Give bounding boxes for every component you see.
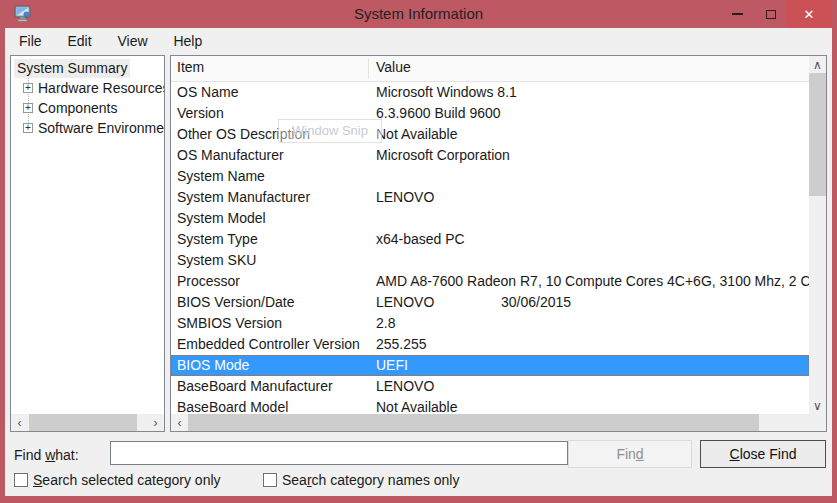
- find-what-label: Find what:: [14, 447, 79, 463]
- close-button[interactable]: ✕: [786, 0, 832, 28]
- row-item: Processor: [177, 271, 240, 292]
- results-vertical-scrollbar[interactable]: ∧ ∨: [809, 56, 826, 414]
- table-row[interactable]: BIOS ModeUEFI: [171, 355, 809, 376]
- expand-icon[interactable]: [23, 123, 33, 133]
- row-item: SMBIOS Version: [177, 313, 282, 334]
- row-item: Embedded Controller Version: [177, 334, 360, 355]
- scroll-left-icon[interactable]: ‹: [11, 414, 28, 431]
- category-tree-pane: System Summary Hardware ResourcesCompone…: [10, 55, 165, 432]
- table-row[interactable]: System ManufacturerLENOVO: [171, 187, 809, 208]
- close-find-button[interactable]: Close Find: [700, 440, 826, 468]
- tree-item-system-summary[interactable]: System Summary: [11, 56, 164, 78]
- checkbox-label: Search category names only: [282, 472, 459, 488]
- table-header: Item Value: [171, 56, 809, 82]
- tree-item-label: Software Environment: [38, 118, 165, 138]
- expand-icon[interactable]: [23, 83, 33, 93]
- menu-help[interactable]: Help: [162, 28, 213, 55]
- results-rows: OS NameMicrosoft Windows 8.1Version6.3.9…: [171, 82, 809, 418]
- table-row[interactable]: Version6.3.9600 Build 9600: [171, 103, 809, 124]
- table-row[interactable]: BIOS Version/DateLENOVO30/06/2015: [171, 292, 809, 313]
- tree-horizontal-scrollbar[interactable]: ‹ ›: [11, 414, 164, 431]
- label-text: hat:: [55, 447, 78, 463]
- row-item: BaseBoard Manufacturer: [177, 376, 333, 397]
- scroll-up-icon[interactable]: ∧: [809, 56, 826, 73]
- column-header-value[interactable]: Value: [376, 59, 411, 75]
- results-horizontal-scrollbar[interactable]: ‹ ›: [171, 414, 826, 431]
- table-row[interactable]: System SKU: [171, 250, 809, 271]
- tree-item-label[interactable]: System Summary: [14, 59, 130, 78]
- find-button[interactable]: Find: [568, 440, 692, 468]
- table-row[interactable]: BaseBoard ManufacturerLENOVO: [171, 376, 809, 397]
- scrollbar-thumb[interactable]: [188, 414, 759, 431]
- row-value: 2.8: [376, 313, 395, 334]
- checkbox-label: Search selected category only: [33, 472, 221, 488]
- row-item: System Manufacturer: [177, 187, 310, 208]
- tree-item-label: Hardware Resources: [38, 78, 165, 98]
- label-text: Find: [14, 447, 45, 463]
- menu-edit[interactable]: Edit: [56, 28, 102, 55]
- label-mnemonic: S: [33, 472, 42, 488]
- row-value: 6.3.9600 Build 9600: [376, 103, 501, 124]
- scroll-down-icon[interactable]: ∨: [809, 397, 826, 414]
- row-item: System Name: [177, 166, 265, 187]
- table-row[interactable]: System Typex64-based PC: [171, 229, 809, 250]
- client-area: File Edit View Help System Summary Hardw…: [5, 28, 832, 496]
- scrollbar-thumb[interactable]: [809, 73, 826, 196]
- close-icon: ✕: [804, 7, 815, 22]
- row-value: AMD A8-7600 Radeon R7, 10 Compute Cores …: [376, 271, 827, 292]
- column-divider[interactable]: [368, 59, 369, 79]
- button-text: lose Find: [740, 446, 797, 462]
- tree-item-software-environment[interactable]: Software Environment: [11, 118, 164, 138]
- row-value-date: 30/06/2015: [501, 292, 571, 313]
- row-value: LENOVO: [376, 376, 434, 397]
- row-value: 255.255: [376, 334, 427, 355]
- minimize-icon: [732, 13, 743, 15]
- row-item: System Type: [177, 229, 258, 250]
- table-row[interactable]: System Model: [171, 208, 809, 229]
- maximize-icon: [766, 10, 776, 19]
- tree-item-hardware-resources[interactable]: Hardware Resources: [11, 78, 164, 98]
- scrollbar-corner: [809, 414, 826, 431]
- table-row[interactable]: ProcessorAMD A8-7600 Radeon R7, 10 Compu…: [171, 271, 809, 292]
- tree-item-components[interactable]: Components: [11, 98, 164, 118]
- menu-view[interactable]: View: [106, 28, 158, 55]
- find-input[interactable]: [110, 441, 568, 465]
- table-row[interactable]: SMBIOS Version2.8: [171, 313, 809, 334]
- row-item: System Model: [177, 208, 266, 229]
- tree-item-label: Components: [38, 98, 117, 118]
- menu-file[interactable]: File: [8, 28, 53, 55]
- tree-children: Hardware ResourcesComponentsSoftware Env…: [11, 78, 164, 138]
- row-value: LENOVO: [376, 187, 434, 208]
- results-pane: Item Value OS NameMicrosoft Windows 8.1V…: [170, 55, 827, 432]
- row-value: Not Available: [376, 124, 457, 145]
- table-row[interactable]: Embedded Controller Version255.255: [171, 334, 809, 355]
- row-value: LENOVO: [376, 292, 434, 313]
- table-row[interactable]: OS NameMicrosoft Windows 8.1: [171, 82, 809, 103]
- checkbox-icon[interactable]: [14, 473, 28, 487]
- label-mnemonic: w: [45, 447, 55, 463]
- label-text: ch category names only: [312, 472, 460, 488]
- expand-icon[interactable]: [23, 103, 33, 113]
- table-row[interactable]: System Name: [171, 166, 809, 187]
- column-header-item[interactable]: Item: [177, 59, 204, 75]
- row-item: OS Manufacturer: [177, 145, 284, 166]
- scrollbar-thumb[interactable]: [29, 414, 137, 431]
- row-value: UEFI: [376, 355, 408, 376]
- checkbox-icon[interactable]: [263, 473, 277, 487]
- scroll-right-icon[interactable]: ›: [147, 414, 164, 431]
- scroll-left-icon[interactable]: ‹: [171, 414, 188, 431]
- button-mnemonic: C: [730, 446, 740, 462]
- row-value: Microsoft Corporation: [376, 145, 510, 166]
- minimize-button[interactable]: [718, 0, 756, 28]
- table-row[interactable]: OS ManufacturerMicrosoft Corporation: [171, 145, 809, 166]
- system-information-window: System Information ✕ File Edit View Help…: [0, 0, 837, 503]
- window-snip-ghost: Window Snip: [278, 119, 382, 143]
- search-category-names-checkbox[interactable]: Search category names only: [263, 472, 459, 488]
- menu-bar: File Edit View Help: [5, 28, 832, 55]
- titlebar[interactable]: System Information ✕: [0, 0, 837, 28]
- maximize-button[interactable]: [756, 0, 786, 28]
- button-mnemonic: d: [636, 446, 644, 462]
- search-selected-category-checkbox[interactable]: Search selected category only: [14, 472, 221, 488]
- table-row[interactable]: Other OS DescriptionNot Available: [171, 124, 809, 145]
- row-item: BIOS Version/Date: [177, 292, 295, 313]
